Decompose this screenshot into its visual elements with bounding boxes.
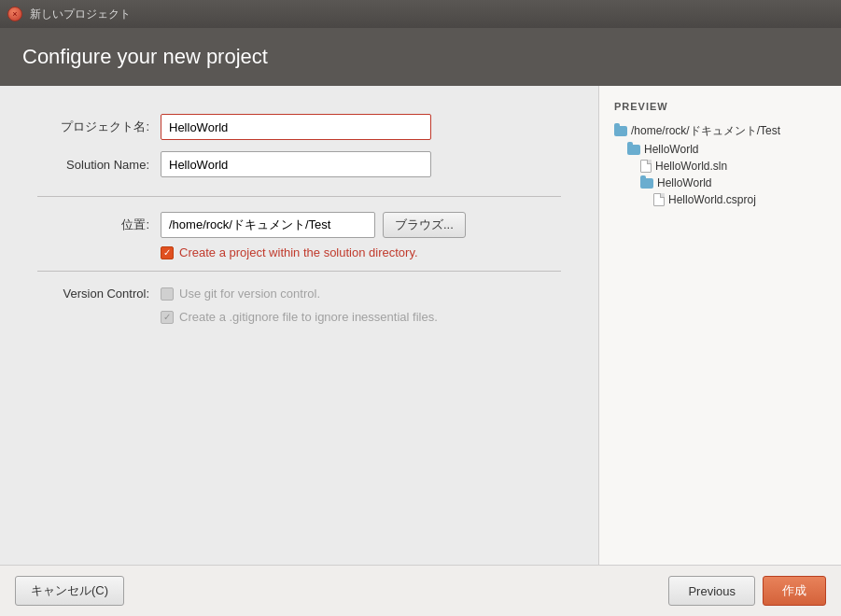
- create-in-solution-checkbox[interactable]: [161, 246, 174, 259]
- project-name-input[interactable]: [161, 114, 431, 140]
- solution-name-row: Solution Name:: [37, 151, 561, 177]
- tree-item-label: HelloWorld: [644, 143, 698, 156]
- gitignore-row: Create a .gitignore file to ignore iness…: [161, 310, 561, 324]
- git-label: Use git for version control.: [179, 287, 320, 301]
- content-area: プロジェクト名: Solution Name: 位置: ブラウズ... Crea…: [0, 86, 841, 565]
- left-panel: プロジェクト名: Solution Name: 位置: ブラウズ... Crea…: [0, 86, 598, 565]
- tree-item-label: HelloWorld.csproj: [668, 193, 756, 206]
- location-row: 位置: ブラウズ...: [37, 212, 561, 238]
- dialog-title: Configure your new project: [22, 45, 819, 69]
- solution-name-label: Solution Name:: [37, 158, 149, 172]
- version-control-row: Version Control: Use git for version con…: [37, 287, 561, 301]
- location-label: 位置:: [37, 217, 149, 233]
- dialog-header: Configure your new project: [0, 28, 841, 86]
- preview-title: PREVIEW: [614, 101, 826, 112]
- file-icon: [653, 193, 665, 206]
- tree-item: HelloWorld.sln: [614, 158, 826, 175]
- titlebar-title: 新しいプロジェクト: [30, 7, 834, 22]
- project-name-label: プロジェクト名:: [37, 119, 149, 135]
- git-checkbox[interactable]: [161, 287, 174, 301]
- create-in-solution-label: Create a project within the solution dir…: [179, 245, 418, 259]
- tree-item: /home/rock/ドキュメント/Test: [614, 121, 826, 141]
- tree-item-label: HelloWorld.sln: [655, 160, 727, 173]
- solution-name-input[interactable]: [161, 151, 431, 177]
- browse-button[interactable]: ブラウズ...: [383, 212, 466, 238]
- footer-right: Previous 作成: [668, 576, 826, 606]
- tree-item-label: HelloWorld: [657, 176, 711, 189]
- folder-icon: [640, 178, 653, 189]
- tree-item-label: /home/rock/ドキュメント/Test: [631, 123, 780, 139]
- create-in-solution-row: Create a project within the solution dir…: [161, 245, 561, 259]
- gitignore-checkbox[interactable]: [161, 311, 174, 324]
- main-container: Configure your new project プロジェクト名: Solu…: [0, 28, 841, 616]
- file-tree: /home/rock/ドキュメント/TestHelloWorldHelloWor…: [614, 121, 826, 208]
- folder-icon: [627, 145, 640, 155]
- folder-icon: [614, 126, 627, 136]
- tree-item: HelloWorld.csproj: [614, 191, 826, 208]
- file-icon: [640, 160, 652, 173]
- previous-button[interactable]: Previous: [668, 576, 755, 606]
- location-input[interactable]: [161, 212, 375, 238]
- divider-2: [37, 271, 561, 272]
- cancel-button[interactable]: キャンセル(C): [15, 576, 124, 606]
- gitignore-label: Create a .gitignore file to ignore iness…: [179, 310, 438, 324]
- titlebar: × 新しいプロジェクト: [0, 0, 841, 28]
- version-control-label: Version Control:: [37, 287, 149, 301]
- tree-item: HelloWorld: [614, 175, 826, 191]
- footer: キャンセル(C) Previous 作成: [0, 565, 841, 616]
- tree-item: HelloWorld: [614, 141, 826, 158]
- create-button[interactable]: 作成: [763, 576, 826, 606]
- project-name-row: プロジェクト名:: [37, 114, 561, 140]
- divider-1: [37, 196, 561, 197]
- preview-panel: PREVIEW /home/rock/ドキュメント/TestHelloWorld…: [598, 86, 841, 565]
- close-button[interactable]: ×: [7, 7, 22, 21]
